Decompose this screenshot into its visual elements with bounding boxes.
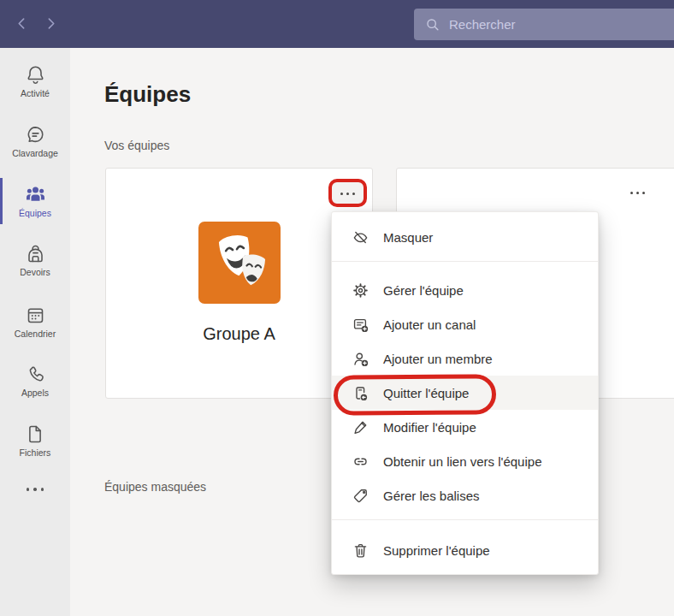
sidebar-item-label: Calendrier: [15, 329, 56, 339]
team-options-button[interactable]: [623, 186, 652, 199]
menu-item-add-member[interactable]: Ajouter un membre: [332, 341, 598, 376]
search-input[interactable]: Rechercher: [414, 9, 674, 40]
sidebar-item-calls[interactable]: Appels: [0, 364, 70, 398]
app-sidebar: Activité Clavardage Équipes Devoirs Cale: [0, 48, 70, 616]
sidebar-item-label: Devoirs: [20, 267, 50, 277]
menu-item-leave-team[interactable]: Quitter l'équipe: [332, 376, 598, 410]
sidebar-item-label: Activité: [21, 88, 50, 98]
chat-icon: [25, 124, 46, 145]
menu-separator: [332, 261, 598, 262]
backpack-icon: [25, 243, 46, 264]
hidden-teams-section-label[interactable]: Équipes masquées: [104, 480, 206, 494]
sidebar-item-teams[interactable]: Équipes: [0, 184, 70, 218]
trash-icon: [352, 542, 370, 560]
search-placeholder: Rechercher: [449, 17, 516, 32]
page-title: Équipes: [104, 81, 191, 108]
sidebar-item-chat[interactable]: Clavardage: [0, 124, 70, 158]
menu-item-label: Gérer les balises: [383, 489, 480, 503]
menu-item-label: Obtenir un lien vers l'équipe: [383, 454, 541, 469]
sidebar-item-assignments[interactable]: Devoirs: [0, 243, 70, 277]
topbar: Rechercher: [0, 0, 674, 48]
menu-item-label: Supprimer l'équipe: [383, 543, 490, 558]
teams-page: Équipes Vos équipes Équipes masquées: [70, 48, 674, 616]
search-icon: [425, 17, 440, 33]
team-avatar[interactable]: [198, 222, 281, 304]
menu-item-add-channel[interactable]: Ajouter un canal: [332, 307, 598, 341]
menu-item-hide[interactable]: Masquer: [332, 216, 598, 258]
link-icon: [352, 453, 370, 471]
bell-icon: [25, 64, 46, 86]
eye-off-icon: [352, 228, 370, 246]
sidebar-item-activity[interactable]: Activité: [0, 64, 70, 98]
team-options-button[interactable]: [332, 182, 364, 205]
teams-app-window: Rechercher Activité Clavardage Équipes: [0, 0, 674, 616]
file-icon: [25, 424, 46, 445]
add-member-icon: [352, 350, 370, 368]
menu-item-label: Modifier l'équipe: [383, 420, 476, 435]
theater-masks-icon: [198, 222, 281, 304]
teams-icon: [25, 184, 46, 205]
menu-item-label: Quitter l'équipe: [383, 386, 469, 400]
sidebar-item-calendar[interactable]: Calendrier: [0, 305, 70, 339]
menu-item-get-link[interactable]: Obtenir un lien vers l'équipe: [332, 444, 598, 478]
ellipsis-icon: [27, 488, 44, 491]
calendar-icon: [25, 305, 46, 326]
menu-item-label: Ajouter un membre: [383, 352, 493, 366]
your-teams-section-label: Vos équipes: [104, 139, 169, 152]
menu-item-manage-tags[interactable]: Gérer les balises: [332, 478, 598, 512]
pencil-icon: [352, 418, 370, 436]
sidebar-item-files[interactable]: Fichiers: [0, 424, 70, 458]
menu-item-label: Gérer l'équipe: [383, 283, 464, 298]
menu-item-label: Masquer: [383, 230, 433, 245]
gear-icon: [352, 281, 370, 299]
ellipsis-icon: [630, 192, 645, 194]
chevron-left-icon: [15, 17, 29, 30]
ellipsis-icon: [340, 192, 355, 195]
sidebar-item-label: Clavardage: [12, 148, 58, 158]
phone-icon: [25, 364, 46, 385]
leave-team-icon: [352, 384, 370, 402]
forward-button[interactable]: [44, 17, 58, 31]
menu-item-edit-team[interactable]: Modifier l'équipe: [332, 410, 598, 444]
menu-item-manage-team[interactable]: Gérer l'équipe: [332, 273, 598, 307]
sidebar-more-button[interactable]: [0, 488, 70, 491]
team-context-menu: Masquer Gérer l'équipe Ajouter un canal: [331, 211, 599, 575]
menu-item-delete-team[interactable]: Supprimer l'équipe: [332, 530, 598, 570]
menu-separator: [332, 519, 598, 520]
add-channel-icon: [352, 316, 370, 334]
sidebar-item-label: Fichiers: [20, 447, 51, 458]
sidebar-item-label: Appels: [21, 388, 49, 398]
back-button[interactable]: [15, 17, 29, 31]
tag-icon: [352, 487, 370, 505]
menu-item-label: Ajouter un canal: [383, 317, 476, 332]
sidebar-item-label: Équipes: [19, 208, 51, 218]
chevron-right-icon: [44, 17, 58, 30]
